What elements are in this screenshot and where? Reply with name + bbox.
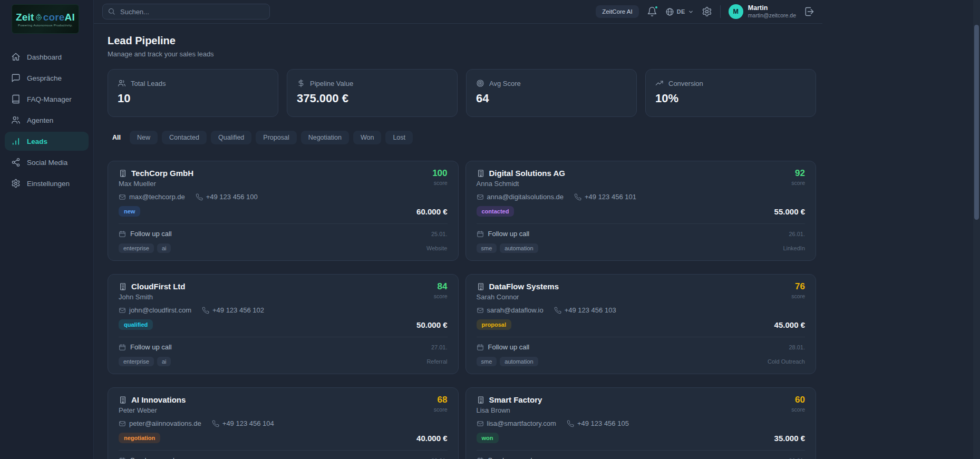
lead-company-row: DataFlow Systems bbox=[477, 282, 559, 291]
stat-label: Total Leads bbox=[131, 80, 166, 87]
lead-score-caption: score bbox=[434, 406, 448, 413]
lead-next-action: Follow up call bbox=[119, 343, 172, 351]
lead-status-value-row: qualified 50.000 € bbox=[119, 319, 448, 330]
lead-score-value: 84 bbox=[434, 282, 448, 292]
lead-next-date: 30.01. bbox=[789, 457, 805, 459]
logout-button[interactable] bbox=[804, 6, 814, 17]
lead-card-cloudfirst-ltd[interactable]: CloudFirst Ltd John Smith 84 score john@… bbox=[108, 274, 459, 374]
logo-head-icon bbox=[35, 13, 43, 21]
sidebar-item-einstellungen[interactable]: Einstellungen bbox=[5, 174, 89, 193]
notifications-button[interactable] bbox=[647, 6, 657, 17]
brand-badge[interactable]: ZeitCore AI bbox=[596, 5, 639, 18]
lead-identity: Smart Factory Lisa Brown bbox=[477, 395, 542, 414]
filter-chip-qualified[interactable]: Qualified bbox=[211, 131, 251, 144]
lead-status-badge: qualified bbox=[119, 319, 153, 330]
lead-contact-details: lisa@smartfactory.com +49 123 456 105 bbox=[477, 419, 806, 427]
lead-next-action-text: Follow up call bbox=[130, 343, 172, 351]
lead-deal-value: 40.000 € bbox=[416, 434, 447, 443]
lead-tag-ai: ai bbox=[157, 357, 171, 366]
lead-card-smart-factory[interactable]: Smart Factory Lisa Brown 60 score lisa@s… bbox=[465, 387, 817, 459]
lead-source: Referral bbox=[426, 358, 447, 365]
chat-icon bbox=[11, 73, 21, 83]
lead-contact-name: Lisa Brown bbox=[477, 406, 542, 414]
lead-next-action-text: Follow up call bbox=[488, 343, 530, 351]
user-menu[interactable]: M Martin martin@zeitcore.de bbox=[729, 4, 796, 19]
sidebar-item-faq-manager[interactable]: FAQ-Manager bbox=[5, 90, 89, 109]
filter-chip-proposal[interactable]: Proposal bbox=[256, 131, 296, 144]
filter-chip-won[interactable]: Won bbox=[353, 131, 381, 144]
logo-ai-text: AI bbox=[65, 12, 75, 23]
sidebar-item-dashboard[interactable]: Dashboard bbox=[5, 47, 89, 66]
lead-phone-text: +49 123 456 101 bbox=[585, 193, 636, 201]
filter-chip-all[interactable]: All bbox=[108, 131, 125, 144]
lead-tag-ai: ai bbox=[157, 243, 171, 253]
building-icon bbox=[477, 282, 485, 291]
filter-chip-negotiation[interactable]: Negotiation bbox=[301, 131, 349, 144]
divider bbox=[720, 5, 721, 18]
lead-phone: +49 123 456 101 bbox=[574, 193, 636, 201]
lead-next-action-text: Send proposal bbox=[130, 456, 174, 459]
lead-score-block: 68 score bbox=[434, 395, 448, 413]
page-scrollbar[interactable] bbox=[973, 0, 980, 459]
main-column: ZeitCore AI DE M Martin bbox=[94, 0, 822, 459]
mail-icon bbox=[119, 193, 126, 201]
search-box bbox=[102, 4, 270, 19]
users-icon bbox=[118, 79, 126, 87]
filter-chip-lost[interactable]: Lost bbox=[385, 131, 413, 144]
lead-card-techcorp-gmbh[interactable]: TechCorp GmbH Max Mueller 100 score max@… bbox=[108, 161, 459, 261]
lead-score-block: 76 score bbox=[791, 282, 805, 299]
lead-email: max@techcorp.de bbox=[119, 193, 185, 201]
phone-icon bbox=[196, 193, 203, 201]
filter-chip-contacted[interactable]: Contacted bbox=[162, 131, 207, 144]
lead-company-row: Smart Factory bbox=[477, 395, 542, 404]
sidebar-item-gespraeche[interactable]: Gespräche bbox=[5, 69, 89, 87]
lead-email: anna@digitalsolutions.de bbox=[477, 193, 564, 201]
lead-identity: DataFlow Systems Sarah Connor bbox=[477, 282, 559, 301]
lead-phone: +49 123 456 103 bbox=[554, 306, 616, 314]
lead-contact-name: Peter Weber bbox=[119, 406, 186, 414]
lead-tags-row: smeautomation LinkedIn bbox=[477, 243, 806, 253]
sidebar-item-agenten[interactable]: Agenten bbox=[5, 111, 89, 130]
lead-next-date: 28.01. bbox=[789, 344, 805, 350]
calendar-icon bbox=[119, 344, 126, 351]
building-icon bbox=[477, 396, 485, 404]
chevron-down-icon bbox=[688, 9, 694, 15]
top-bar-actions: ZeitCore AI DE M Martin bbox=[596, 4, 814, 19]
lead-card-dataflow-systems[interactable]: DataFlow Systems Sarah Connor 76 score s… bbox=[465, 274, 817, 374]
lead-tags: enterpriseai bbox=[119, 243, 171, 253]
stat-value: 375.000 € bbox=[297, 92, 448, 105]
calendar-icon bbox=[119, 230, 126, 238]
lead-next-action-row: Follow up call 25.01. bbox=[119, 230, 448, 238]
page-title: Lead Pipeline bbox=[108, 35, 816, 47]
trending-up-icon bbox=[655, 79, 664, 87]
page-subtitle: Manage and track your sales leads bbox=[108, 50, 816, 58]
lead-deal-value: 35.000 € bbox=[774, 434, 805, 443]
sidebar-item-social-media[interactable]: Social Media bbox=[5, 153, 89, 172]
scrollbar-thumb[interactable] bbox=[974, 25, 979, 220]
user-email: martin@zeitcore.de bbox=[748, 12, 796, 19]
stats-row: Total Leads 10 Pipeline Value 375.000 € … bbox=[108, 69, 816, 117]
lead-contact-name: John Smith bbox=[119, 293, 185, 301]
sidebar-item-leads[interactable]: Leads bbox=[5, 132, 89, 151]
mail-icon bbox=[119, 307, 126, 314]
lead-status-value-row: proposal 45.000 € bbox=[477, 319, 806, 330]
lead-next-date: 29.01. bbox=[431, 457, 448, 459]
filter-chip-new[interactable]: New bbox=[130, 131, 158, 144]
home-icon bbox=[11, 52, 21, 62]
gear-icon bbox=[11, 179, 21, 188]
lead-deal-value: 60.000 € bbox=[416, 207, 447, 216]
user-name: Martin bbox=[748, 4, 796, 12]
lead-card-header: Smart Factory Lisa Brown 60 score bbox=[477, 395, 806, 414]
top-bar: ZeitCore AI DE M Martin bbox=[94, 0, 822, 24]
lead-card-digital-solutions-ag[interactable]: Digital Solutions AG Anna Schmidt 92 sco… bbox=[465, 161, 817, 261]
lead-card-footer: Follow up call 27.01. enterpriseai Refer… bbox=[119, 337, 448, 367]
lead-status-badge: contacted bbox=[477, 206, 515, 217]
lead-card-ai-innovations[interactable]: AI Innovations Peter Weber 68 score pete… bbox=[108, 387, 459, 459]
brand-logo[interactable]: ZeitcoreAI Powering Autonomous Productiv… bbox=[12, 4, 79, 34]
lead-deal-value: 55.000 € bbox=[774, 207, 805, 216]
lead-email-text: lisa@smartfactory.com bbox=[487, 419, 556, 427]
language-selector[interactable]: DE bbox=[665, 7, 694, 16]
search-input[interactable] bbox=[102, 4, 270, 19]
settings-button[interactable] bbox=[702, 6, 712, 17]
lead-deal-value: 50.000 € bbox=[416, 320, 447, 329]
